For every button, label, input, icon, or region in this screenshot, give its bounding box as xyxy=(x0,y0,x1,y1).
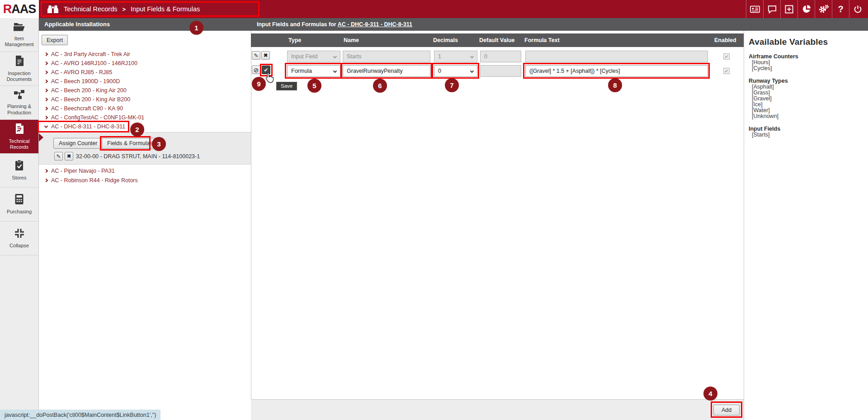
tree-item-avro-146[interactable]: AC - AVRO 146RJ100 - 146RJ100 xyxy=(39,59,251,68)
default-value-input[interactable]: 0 xyxy=(480,51,521,62)
active-nav-pointer xyxy=(39,133,43,142)
formula-text-input[interactable] xyxy=(525,51,708,62)
column-header-name: Name xyxy=(344,33,359,47)
chevron-right-icon xyxy=(44,116,48,119)
tree-item-label: AC - 3rd Party Aircraft - Trek Air xyxy=(51,51,130,57)
chevron-down-icon xyxy=(44,124,48,127)
export-button[interactable]: Export xyxy=(42,35,68,45)
tree-item-label: AC - DHC-8-311 - DHC-8-311 xyxy=(51,123,125,130)
pencil-icon: ✎ xyxy=(254,52,258,59)
type-select[interactable]: Input Field xyxy=(287,51,340,62)
sidebar-item-label: Inspection Documents xyxy=(0,71,38,82)
tree-item-robinson-r44[interactable]: AC - Robinson R44 - Ridge Rotors xyxy=(39,176,251,185)
table-footer: Add xyxy=(251,399,744,420)
name-input[interactable]: Starts xyxy=(343,51,430,62)
add-window-icon[interactable] xyxy=(780,0,797,18)
tree-item-configtestac[interactable]: AC - ConfigTestAC - C0NF1G-MK-01 xyxy=(39,113,251,122)
sidebar-item-planning-production[interactable]: Planning & Production xyxy=(0,86,38,120)
sidebar-item-purchasing[interactable]: Purchasing xyxy=(0,188,38,222)
fields-formulas-button[interactable]: Fields & Formulas xyxy=(102,138,158,149)
annotation-circle-8: 8 xyxy=(608,78,622,92)
power-icon[interactable] xyxy=(849,0,866,18)
sitemap-icon xyxy=(14,90,25,101)
settings-gears-icon[interactable] xyxy=(815,0,832,18)
type-select[interactable]: Formula xyxy=(287,65,340,77)
installations-panel-title: Applicable Installations xyxy=(39,18,251,31)
sidebar-item-technical-records[interactable]: Technical Records xyxy=(0,120,38,154)
annotation-circle-9: 9 xyxy=(252,77,266,91)
column-header-type: Type xyxy=(288,33,301,47)
delete-row-button[interactable]: ✖ xyxy=(261,51,270,60)
tree-item-king-air-b200[interactable]: AC - Beech 200 - King Air B200 xyxy=(39,95,251,104)
tree-item-label: AC - Beech 1900D - 1900D xyxy=(51,78,120,85)
chevron-down-icon xyxy=(333,69,337,73)
chevron-right-icon xyxy=(44,107,48,110)
sidebar-item-item-management[interactable]: Item Management xyxy=(0,18,38,52)
main-title-aircraft-link[interactable]: AC - DHC-8-311 - DHC-8-311 xyxy=(338,21,412,28)
assign-counter-button[interactable]: Assign Counter xyxy=(53,138,103,149)
check-icon: ✔ xyxy=(725,69,728,74)
tree-item-beechcraft-c90[interactable]: AC - Beechcraft C90 - KA 90 xyxy=(39,104,251,113)
tree-item-label: AC - ConfigTestAC - C0NF1G-MK-01 xyxy=(51,114,144,121)
x-icon: ✖ xyxy=(264,52,268,58)
chevron-right-icon xyxy=(44,52,48,56)
annotation-circle-7: 7 xyxy=(445,78,459,92)
decimals-select[interactable]: 0 xyxy=(434,65,477,77)
edit-row-button[interactable]: ✎ xyxy=(252,51,260,60)
formula-text-value: ([Gravel] * 1.5 + [Asphalt]) * [Cycles] xyxy=(529,68,620,74)
chevron-down-icon xyxy=(470,55,474,58)
sidebar-item-inspection-documents[interactable]: Inspection Documents xyxy=(0,52,38,86)
delete-component-button[interactable]: ✖ xyxy=(65,152,73,160)
sidebar-item-stores[interactable]: Stores xyxy=(0,154,38,188)
add-button[interactable]: Add xyxy=(713,405,740,415)
variable-group-name: Runway Types xyxy=(749,78,864,84)
enabled-checkbox[interactable]: ✔ xyxy=(723,68,730,74)
toolbar-icons: ? xyxy=(746,0,866,18)
sidebar-item-label: Item Management xyxy=(0,36,38,47)
table-row-gravelrunwaypenalty: ⊘ ✔ Formula GravelRunwayPenalty 0 ([Grav… xyxy=(251,64,744,78)
collapse-arrows-icon xyxy=(14,228,25,241)
variables-panel-title: Available Variables xyxy=(749,37,864,47)
edit-component-button[interactable]: ✎ xyxy=(54,152,63,160)
chevron-right-icon xyxy=(44,98,48,101)
available-variables-panel: Available Variables Airframe Counters [H… xyxy=(744,31,868,420)
panel-divider xyxy=(251,18,251,420)
tree-item-beech-1900d[interactable]: AC - Beech 1900D - 1900D xyxy=(39,77,251,86)
tree-item-avro-rj85[interactable]: AC - AVRO RJ85 - RJ85 xyxy=(39,68,251,77)
variable-group-airframe-counters: Airframe Counters [Hours] [Cycles] xyxy=(749,53,864,71)
chat-icon[interactable] xyxy=(763,0,780,18)
sidebar-item-collapse[interactable]: Collapse xyxy=(0,222,38,255)
tree-item-label: AC - AVRO RJ85 - RJ85 xyxy=(51,69,112,76)
save-row-button[interactable]: ✔ xyxy=(262,66,270,74)
tree-item-piper-navajo[interactable]: AC - Piper Navajo - PA31 xyxy=(39,166,251,175)
default-value: 0 xyxy=(484,53,487,60)
pie-chart-icon[interactable] xyxy=(797,0,815,18)
name-input[interactable]: GravelRunwayPenalty xyxy=(343,65,430,77)
cancel-row-button[interactable]: ⊘ xyxy=(252,66,260,74)
x-icon: ✖ xyxy=(67,153,71,159)
id-card-icon[interactable] xyxy=(746,0,763,18)
formula-text-input[interactable]: ([Gravel] * 1.5 + [Asphalt]) * [Cycles] xyxy=(525,65,708,77)
annotation-circle-5: 5 xyxy=(307,79,321,93)
tree-item-label: AC - Beech 200 - King Air 200 xyxy=(51,87,127,94)
tree-item-trek-air[interactable]: AC - 3rd Party Aircraft - Trek Air xyxy=(39,50,251,59)
raas-logo[interactable]: RAAS xyxy=(0,0,39,18)
check-icon: ✔ xyxy=(264,67,268,73)
tree-item-king-air-200[interactable]: AC - Beech 200 - King Air 200 xyxy=(39,86,251,95)
sidebar-item-label: Purchasing xyxy=(6,209,33,215)
chevron-right-icon xyxy=(44,71,48,74)
tree-item-label: AC - Beech 200 - King Air B200 xyxy=(51,96,130,103)
save-tooltip: Save xyxy=(276,82,297,90)
cancel-slash-icon: ⊘ xyxy=(254,66,259,74)
breadcrumb-separator: > xyxy=(122,6,126,13)
decimals-select[interactable]: 1 xyxy=(434,51,477,62)
tree-item-label: AC - Beechcraft C90 - KA 90 xyxy=(51,105,123,112)
variable-group-name: Airframe Counters xyxy=(749,53,864,60)
tree-item-dhc-8-311[interactable]: AC - DHC-8-311 - DHC-8-311 xyxy=(39,122,251,131)
tree-item-label: AC - Piper Navajo - PA31 xyxy=(51,168,115,174)
app-window: RAAS Technical Records > Input Fields & … xyxy=(0,0,868,420)
pencil-icon: ✎ xyxy=(56,153,61,160)
help-icon[interactable]: ? xyxy=(832,0,849,18)
enabled-checkbox[interactable]: ✔ xyxy=(723,53,730,60)
breadcrumb-section[interactable]: Technical Records xyxy=(64,5,117,13)
